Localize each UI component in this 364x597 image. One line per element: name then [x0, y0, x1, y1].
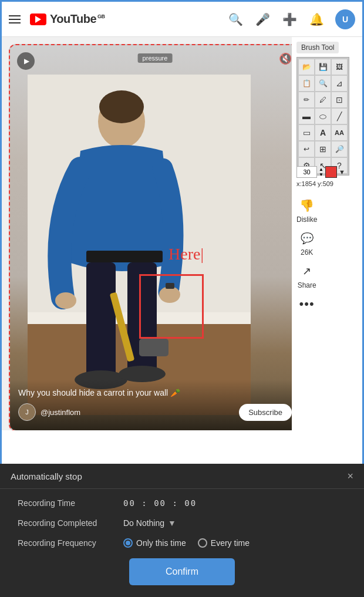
youtube-icon — [30, 14, 46, 25]
frequency-only-this-time[interactable]: Only this time — [123, 538, 186, 548]
tool-measure[interactable]: ⊿ — [332, 76, 347, 91]
recording-completed-label: Recording Completed — [18, 518, 123, 528]
color-dropdown-arrow[interactable]: ▼ — [339, 168, 345, 176]
tool-pencil[interactable]: ✏ — [299, 92, 314, 107]
share-label: Share — [298, 281, 316, 289]
tool-text-aa[interactable]: AA — [332, 125, 347, 140]
main-area: pressure 🔇 Here| Why you should hide a c… — [2, 37, 362, 430]
youtube-wordmark: YouTubeGB — [50, 12, 105, 26]
frequency-every-time[interactable]: Every time — [198, 538, 250, 548]
video-area: pressure 🔇 Here| Why you should hide a c… — [2, 37, 292, 430]
comments-icon: 💬 — [297, 228, 317, 248]
video-scene — [28, 75, 251, 415]
color-picker[interactable] — [325, 166, 337, 178]
side-actions: 👎 Dislike 💬 26K ↗ Share ••• — [296, 195, 317, 314]
channel-info: J @justinflom — [18, 403, 80, 421]
dialog-close-button[interactable]: × — [347, 471, 353, 481]
tool-save[interactable]: 💾 — [315, 59, 331, 75]
comments-count: 26K — [301, 248, 313, 257]
header-right: 🔍 🎤 ➕ 🔔 U — [227, 9, 355, 29]
tool-search[interactable]: 🔍 — [315, 76, 331, 91]
dialog-body: Recording Time 00 : 00 : 00 Recording Co… — [0, 489, 364, 597]
play-button[interactable] — [17, 52, 35, 70]
tool-grid[interactable]: ⊞ — [315, 141, 331, 157]
confirm-button[interactable]: Confirm — [129, 558, 235, 585]
mic-button[interactable]: 🎤 — [254, 11, 271, 28]
header-left: YouTubeGB — [9, 12, 105, 26]
tool-undo[interactable]: ↩ — [299, 141, 314, 157]
svg-point-4 — [99, 90, 144, 123]
tool-pen[interactable]: 🖊 — [315, 92, 331, 107]
recording-time-row: Recording Time 00 : 00 : 00 — [18, 498, 346, 508]
recording-frequency-label: Recording Frequency — [18, 538, 123, 548]
header: YouTubeGB 🔍 🎤 ➕ 🔔 U — [2, 2, 362, 37]
radio-every-label: Every time — [211, 538, 250, 548]
video-container: pressure 🔇 Here| Why you should hide a c… — [9, 44, 292, 430]
dialog-title: Automatically stop — [11, 471, 82, 481]
brush-tool-label: Brush Tool — [296, 42, 339, 53]
tool-rect[interactable]: ▬ — [299, 109, 314, 124]
tool-eraser[interactable]: ⊡ — [332, 92, 347, 107]
youtube-logo: YouTubeGB — [30, 12, 105, 26]
here-text: Here| — [168, 245, 204, 263]
dialog-header: Automatically stop × — [0, 464, 364, 489]
comments-action[interactable]: 💬 26K — [297, 228, 317, 257]
tool-ellipse[interactable]: ⬭ — [315, 109, 331, 124]
brush-size-input[interactable]: 30 — [296, 166, 317, 178]
notifications-button[interactable]: 🔔 — [308, 11, 325, 28]
avatar[interactable]: U — [335, 9, 355, 29]
pressure-text: pressure — [143, 55, 168, 62]
tools-grid: 📂 💾 🖼 📋 🔍 ⊿ ✏ 🖊 ⊡ ▬ ⬭ ╱ ▭ A AA ↩ ⊞ 🔎 ⚙ — [296, 57, 349, 176]
annotation-rectangle — [139, 274, 204, 339]
frequency-radio-group: Only this time Every time — [123, 538, 250, 548]
automatically-stop-dialog: Automatically stop × Recording Time 00 :… — [0, 464, 364, 597]
dislike-icon: 👎 — [297, 195, 317, 215]
share-icon: ↗ — [297, 261, 317, 281]
size-down-arrow[interactable]: ▼ — [319, 173, 323, 177]
mute-button[interactable]: 🔇 — [279, 52, 292, 65]
more-icon: ••• — [297, 294, 317, 314]
video-background: pressure 🔇 Here| Why you should hide a c… — [10, 45, 292, 430]
tool-text[interactable]: A — [315, 125, 331, 140]
radio-only-icon — [123, 538, 133, 548]
recording-completed-value: Do Nothing — [123, 518, 164, 528]
recording-frequency-row: Recording Frequency Only this time Every… — [18, 538, 346, 548]
search-button[interactable]: 🔍 — [227, 11, 244, 28]
tool-open[interactable]: 📂 — [299, 59, 314, 75]
dislike-label: Dislike — [296, 215, 317, 224]
size-arrows[interactable]: ▲ ▼ — [319, 167, 323, 177]
sidebar-tools: Brush Tool 📂 💾 🖼 📋 🔍 ⊿ ✏ 🖊 ⊡ ▬ ⬭ ╱ ▭ A A… — [292, 37, 362, 430]
pressure-badge: pressure — [138, 53, 173, 63]
channel-avatar[interactable]: J — [18, 403, 36, 421]
dropdown-arrow-icon: ▼ — [168, 518, 176, 528]
logo-text: YouTube — [50, 12, 96, 25]
size-up-arrow[interactable]: ▲ — [319, 167, 323, 172]
tool-zoom[interactable]: 🔎 — [332, 141, 347, 157]
svg-rect-12 — [139, 339, 168, 356]
recording-time-value: 00 : 00 : 00 — [123, 498, 197, 508]
coordinates-display: x:1854 y:509 — [296, 180, 333, 187]
svg-point-5 — [55, 292, 76, 309]
radio-every-icon — [198, 538, 207, 548]
tool-select[interactable]: ▭ — [299, 125, 314, 140]
recording-completed-dropdown[interactable]: Do Nothing ▼ — [123, 518, 176, 528]
video-info-overlay: Why you should hide a carrot in your wal… — [10, 380, 292, 430]
share-action[interactable]: ↗ Share — [297, 261, 317, 289]
tool-image[interactable]: 🖼 — [332, 59, 347, 75]
svg-rect-7 — [86, 262, 116, 380]
tool-clipboard[interactable]: 📋 — [299, 76, 314, 91]
add-video-button[interactable]: ➕ — [281, 11, 298, 28]
channel-row: J @justinflom Subscribe — [18, 403, 292, 421]
radio-only-label: Only this time — [136, 538, 186, 548]
hamburger-menu[interactable] — [9, 15, 21, 23]
channel-name: @justinflom — [41, 408, 80, 417]
tool-line[interactable]: ╱ — [332, 109, 347, 124]
svg-rect-13 — [86, 251, 163, 262]
subscribe-button[interactable]: Subscribe — [239, 404, 292, 421]
tool-size-row: 30 ▲ ▼ ▼ — [296, 166, 345, 178]
more-action[interactable]: ••• — [297, 294, 317, 314]
here-annotation: Here| — [168, 245, 204, 264]
dislike-action[interactable]: 👎 Dislike — [296, 195, 317, 224]
video-title: Why you should hide a carrot in your wal… — [18, 388, 292, 397]
logo-badge: GB — [97, 14, 105, 19]
